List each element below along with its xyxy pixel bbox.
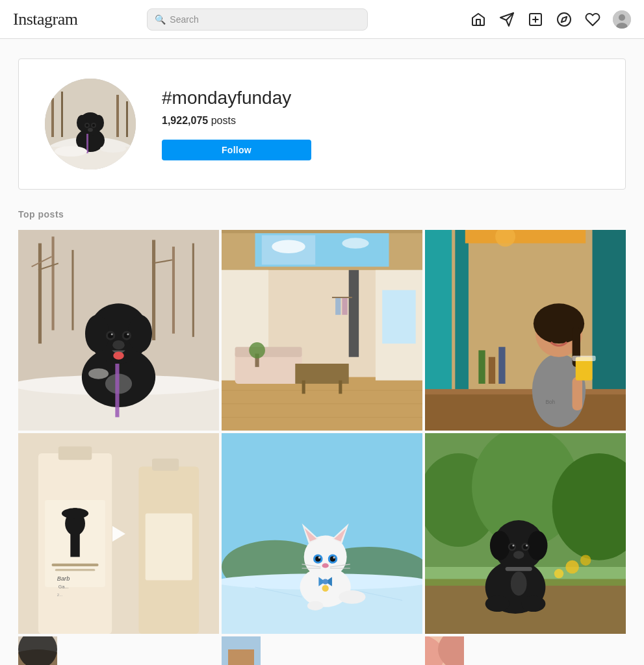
svg-point-159 <box>490 531 510 560</box>
search-container: 🔍 <box>147 8 368 31</box>
post-5[interactable] <box>222 433 422 634</box>
send-icon[interactable] <box>498 11 515 28</box>
post-3[interactable]: Boh <box>425 230 626 431</box>
svg-point-171 <box>511 571 527 596</box>
svg-text:2...: 2... <box>57 592 63 597</box>
svg-rect-96 <box>573 356 596 361</box>
main-header: Instagram 🔍 <box>0 0 644 39</box>
svg-text:Ga...: Ga... <box>58 584 69 590</box>
svg-point-19 <box>77 115 87 131</box>
svg-rect-15 <box>116 95 119 137</box>
instagram-logo[interactable]: Instagram <box>13 10 91 29</box>
svg-rect-108 <box>52 564 99 566</box>
svg-rect-109 <box>55 569 96 571</box>
svg-point-63 <box>342 238 368 248</box>
svg-rect-35 <box>192 244 194 337</box>
search-input[interactable] <box>147 8 368 31</box>
svg-point-27 <box>55 146 87 157</box>
svg-rect-31 <box>52 236 55 330</box>
post-8[interactable] <box>222 636 261 665</box>
post-9[interactable] <box>425 636 464 665</box>
svg-rect-99 <box>489 357 495 384</box>
top-posts-section: Top posts <box>18 209 626 634</box>
svg-rect-81 <box>342 298 347 315</box>
svg-rect-115 <box>58 447 92 460</box>
svg-point-78 <box>249 342 265 358</box>
svg-rect-116 <box>152 458 179 471</box>
svg-rect-79 <box>332 297 352 298</box>
svg-point-180 <box>438 636 464 665</box>
post-7[interactable] <box>18 636 57 665</box>
svg-rect-114 <box>146 514 192 581</box>
svg-rect-100 <box>498 347 505 384</box>
explore-icon[interactable] <box>556 11 573 28</box>
svg-rect-34 <box>172 247 175 334</box>
svg-rect-30 <box>38 244 42 344</box>
heart-icon[interactable] <box>584 11 601 28</box>
svg-rect-33 <box>152 240 155 340</box>
svg-rect-14 <box>61 92 63 137</box>
post-6[interactable] <box>425 433 626 634</box>
svg-point-135 <box>333 557 335 558</box>
svg-point-154 <box>554 569 563 578</box>
svg-rect-89 <box>425 389 626 394</box>
svg-point-153 <box>580 555 591 565</box>
profile-avatar-icon[interactable] <box>613 10 631 29</box>
post-2[interactable] <box>222 230 422 431</box>
profile-info: #mondayfunday 1,922,075 posts Follow <box>162 88 599 160</box>
svg-point-24 <box>92 124 95 127</box>
svg-rect-80 <box>335 298 341 315</box>
post-4[interactable]: Barb Ga... 2... <box>18 433 219 634</box>
hashtag-avatar <box>45 79 136 169</box>
svg-rect-74 <box>302 381 305 394</box>
svg-point-28 <box>100 145 126 153</box>
main-content: #mondayfunday 1,922,075 posts Follow Top… <box>5 39 639 665</box>
svg-point-174 <box>18 636 57 665</box>
svg-rect-107 <box>73 508 77 516</box>
svg-rect-76 <box>349 270 359 357</box>
svg-point-136 <box>322 563 329 568</box>
svg-point-5 <box>558 13 571 26</box>
search-icon: 🔍 <box>155 14 166 25</box>
svg-point-52 <box>112 340 125 349</box>
svg-text:Boh: Boh <box>545 399 555 405</box>
svg-rect-168 <box>506 567 532 571</box>
svg-rect-32 <box>71 250 73 331</box>
svg-point-143 <box>323 579 328 584</box>
svg-point-166 <box>526 544 528 546</box>
svg-rect-98 <box>478 350 485 384</box>
video-play-icon[interactable] <box>112 526 125 542</box>
posts-grid: Boh <box>18 230 626 634</box>
svg-point-144 <box>339 590 365 604</box>
svg-rect-177 <box>228 649 254 665</box>
svg-point-160 <box>528 531 548 560</box>
svg-rect-54 <box>115 364 119 417</box>
svg-rect-58 <box>222 230 422 233</box>
top-posts-label: Top posts <box>18 209 626 220</box>
svg-point-167 <box>513 551 524 558</box>
avatar-image <box>45 79 136 169</box>
svg-point-165 <box>512 544 514 546</box>
svg-rect-70 <box>382 290 416 344</box>
svg-point-169 <box>485 596 509 612</box>
svg-point-43 <box>85 315 109 353</box>
follow-button[interactable]: Follow <box>162 140 311 160</box>
search-wrapper: 🔍 <box>147 8 368 31</box>
header-nav <box>470 10 631 29</box>
svg-rect-75 <box>339 381 342 394</box>
svg-point-51 <box>127 333 129 335</box>
svg-point-8 <box>619 14 625 21</box>
svg-point-25 <box>88 128 93 132</box>
post-1[interactable] <box>18 230 219 431</box>
svg-rect-72 <box>235 347 302 357</box>
svg-point-134 <box>318 557 320 558</box>
svg-point-53 <box>113 351 123 359</box>
svg-point-23 <box>86 124 88 127</box>
add-post-icon[interactable] <box>527 11 544 28</box>
svg-rect-13 <box>51 98 54 137</box>
home-icon[interactable] <box>470 11 487 28</box>
svg-rect-86 <box>465 230 586 244</box>
svg-rect-88 <box>425 390 626 431</box>
svg-marker-6 <box>561 16 567 21</box>
svg-rect-94 <box>573 377 582 411</box>
